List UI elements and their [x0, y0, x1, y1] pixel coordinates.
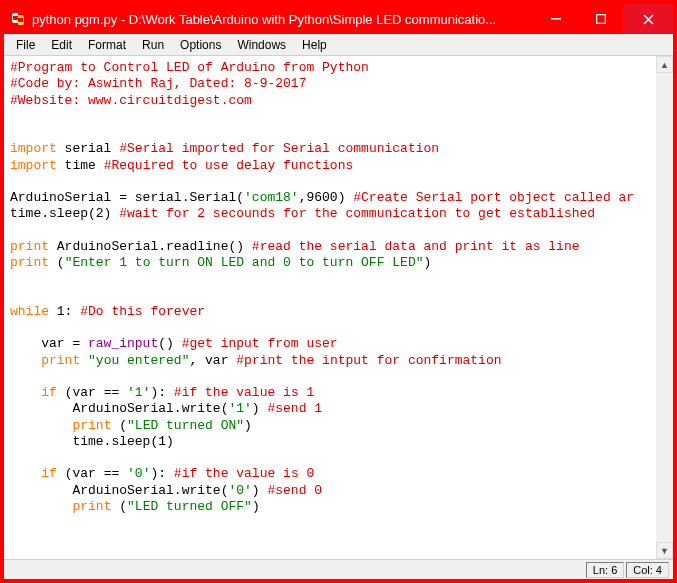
svg-rect-0 — [551, 18, 561, 20]
minimize-button[interactable] — [533, 4, 578, 34]
close-button[interactable] — [623, 4, 673, 34]
scroll-track[interactable] — [656, 73, 673, 542]
menu-run[interactable]: Run — [134, 36, 172, 54]
svg-rect-1 — [596, 15, 605, 24]
menu-options[interactable]: Options — [172, 36, 229, 54]
status-column: Col: 4 — [626, 562, 669, 578]
menu-file[interactable]: File — [8, 36, 43, 54]
code-editor[interactable]: #Program to Control LED of Arduino from … — [4, 56, 656, 559]
scroll-down-arrow-icon[interactable]: ▼ — [656, 542, 673, 559]
menu-help[interactable]: Help — [294, 36, 335, 54]
maximize-button[interactable] — [578, 4, 623, 34]
status-line: Ln: 6 — [586, 562, 624, 578]
python-idle-icon — [10, 11, 26, 27]
scroll-up-arrow-icon[interactable]: ▲ — [656, 56, 673, 73]
status-bar: Ln: 6 Col: 4 — [4, 559, 673, 579]
menu-bar: File Edit Format Run Options Windows Hel… — [4, 34, 673, 56]
vertical-scrollbar[interactable]: ▲ ▼ — [656, 56, 673, 559]
menu-edit[interactable]: Edit — [43, 36, 80, 54]
menu-format[interactable]: Format — [80, 36, 134, 54]
window-titlebar: python pgm.py - D:\Work Table\Arduino wi… — [4, 4, 673, 34]
window-title: python pgm.py - D:\Work Table\Arduino wi… — [32, 12, 533, 27]
menu-windows[interactable]: Windows — [229, 36, 294, 54]
